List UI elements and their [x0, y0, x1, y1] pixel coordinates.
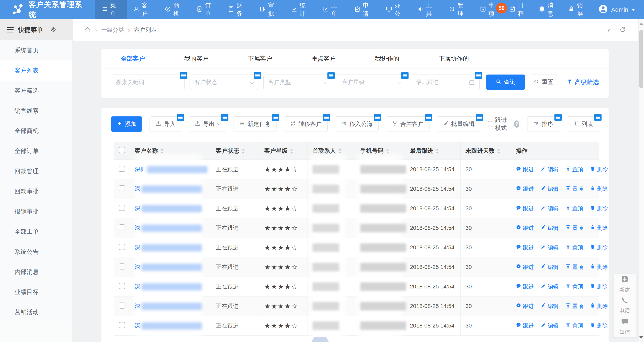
select-all-checkbox[interactable]: [119, 147, 125, 153]
sort-carets-icon[interactable]: [386, 149, 389, 153]
follow-action[interactable]: 跟进: [516, 283, 534, 290]
sidebar-item[interactable]: 系统公告: [0, 242, 72, 262]
follow-action[interactable]: 跟进: [516, 322, 534, 329]
sidebar-item[interactable]: 回款审批: [0, 181, 72, 201]
row-checkbox[interactable]: [119, 224, 125, 230]
customer-tab[interactable]: 我的客户: [184, 55, 208, 63]
list-view-button[interactable]: 列表: [567, 116, 599, 132]
column-header[interactable]: 客户状态: [211, 142, 260, 160]
nav-item-manage[interactable]: 管理: [443, 0, 474, 19]
column-header[interactable]: 操作: [511, 142, 599, 160]
row-checkbox[interactable]: [119, 205, 125, 211]
search-button[interactable]: 查询: [486, 75, 525, 90]
follow-action[interactable]: 跟进: [516, 224, 534, 232]
add-button[interactable]: 添加: [111, 116, 142, 132]
sort-carets-icon[interactable]: [290, 149, 293, 153]
home-icon[interactable]: [84, 26, 91, 34]
star-select[interactable]: 客户星级: [337, 75, 406, 90]
nav-item-opportunity[interactable]: 商机: [158, 0, 190, 19]
customer-name-link[interactable]: 深: [135, 186, 202, 192]
edit-action[interactable]: 编辑: [540, 263, 558, 271]
column-header[interactable]: 首联系人: [308, 142, 356, 160]
row-checkbox[interactable]: [119, 185, 125, 191]
quick-sms-button[interactable]: 短信: [614, 316, 636, 337]
customer-name-link[interactable]: 深: [135, 322, 202, 329]
sort-carets-icon[interactable]: [436, 149, 439, 153]
row-checkbox[interactable]: [119, 302, 125, 308]
pin-top-action[interactable]: 置顶: [565, 185, 583, 193]
customer-tab[interactable]: 下属协作的: [439, 55, 469, 63]
nav-item-order[interactable]: 订单: [190, 0, 222, 19]
delete-action[interactable]: 删除: [590, 185, 608, 193]
sort-carets-icon[interactable]: [497, 149, 500, 153]
customer-tab[interactable]: 全部客户: [121, 55, 145, 63]
follow-mode-checkbox[interactable]: [488, 121, 492, 127]
refresh-icon[interactable]: [619, 26, 626, 34]
delete-action[interactable]: 删除: [590, 302, 608, 310]
reset-button[interactable]: 重置: [530, 75, 557, 90]
customer-name-link[interactable]: 深: [135, 283, 202, 290]
customer-name-link[interactable]: 深: [135, 205, 202, 211]
follow-action[interactable]: 跟进: [516, 263, 534, 271]
transfer-customer-button[interactable]: 转移客户: [284, 116, 328, 132]
edit-action[interactable]: 编辑: [540, 322, 558, 329]
user-menu[interactable]: Admin: [592, 4, 644, 16]
pin-top-action[interactable]: 置顶: [565, 205, 583, 212]
nav-item-tasks[interactable]: 事项 50: [474, 2, 504, 18]
sidebar-item[interactable]: 销售线索: [0, 101, 72, 121]
nav-item-menu[interactable]: 菜单: [95, 0, 127, 19]
delete-action[interactable]: 删除: [590, 166, 608, 173]
field-config-badge-icon[interactable]: [272, 114, 279, 121]
delete-action[interactable]: 删除: [590, 322, 608, 329]
nav-item-workorder[interactable]: 工单: [316, 0, 348, 19]
nav-item-office[interactable]: 办公: [380, 0, 411, 19]
sort-carets-icon[interactable]: [242, 149, 245, 153]
advanced-filter-link[interactable]: 高级筛选: [567, 78, 599, 86]
nav-item-finance[interactable]: 财务: [222, 0, 253, 19]
move-to-public-sea-button[interactable]: 移入公海: [335, 116, 378, 132]
quick-phone-button[interactable]: 电话: [614, 295, 636, 316]
pin-top-action[interactable]: 置顶: [565, 224, 583, 232]
customer-name-link[interactable]: 深: [135, 225, 202, 231]
sidebar-item[interactable]: 营销活动: [0, 302, 72, 322]
field-config-badge-icon[interactable]: [323, 114, 330, 121]
pin-top-action[interactable]: 置顶: [565, 166, 583, 173]
field-config-badge-icon[interactable]: [554, 114, 562, 121]
scroll-indicator[interactable]: [312, 337, 329, 342]
field-config-badge-icon[interactable]: [221, 114, 228, 121]
customer-tab[interactable]: 重点客户: [312, 55, 336, 63]
row-checkbox[interactable]: [119, 166, 125, 172]
nav-item-schedule[interactable]: 日程: [504, 2, 533, 18]
help-question-icon[interactable]: ?: [514, 120, 519, 128]
customer-name-link[interactable]: 深: [135, 264, 202, 270]
pin-top-action[interactable]: 置顶: [565, 302, 583, 310]
sidebar-item[interactable]: 客户筛选: [0, 81, 72, 101]
follow-action[interactable]: 跟进: [516, 244, 534, 251]
follow-action[interactable]: 跟进: [516, 185, 534, 193]
column-header[interactable]: 客户名称: [130, 142, 211, 160]
nav-item-apply[interactable]: 申请: [348, 0, 380, 19]
follow-action[interactable]: 跟进: [516, 166, 534, 173]
sidebar-item[interactable]: 业绩目标: [0, 282, 72, 302]
nav-item-lockscreen[interactable]: 锁屏: [563, 2, 592, 18]
edit-action[interactable]: 编辑: [540, 283, 558, 290]
sidebar-item[interactable]: 内部消息: [0, 262, 72, 282]
keyword-input[interactable]: [111, 75, 184, 90]
pin-top-action[interactable]: 置顶: [565, 263, 583, 271]
row-checkbox[interactable]: [119, 322, 125, 328]
pin-top-action[interactable]: 置顶: [565, 283, 583, 290]
pin-top-action[interactable]: 置顶: [565, 322, 583, 329]
edit-action[interactable]: 编辑: [540, 302, 558, 310]
hamburger-icon[interactable]: [7, 27, 14, 33]
new-task-button[interactable]: 新建任务: [233, 116, 277, 132]
column-header[interactable]: 未跟进天数: [461, 142, 511, 160]
edit-action[interactable]: 编辑: [540, 244, 558, 251]
breadcrumb-level1[interactable]: 一级分类: [102, 26, 124, 34]
delete-action[interactable]: 删除: [590, 244, 608, 251]
sidebar-item[interactable]: 全部商机: [0, 121, 72, 141]
status-select[interactable]: 客户状态: [190, 75, 258, 90]
sort-carets-icon[interactable]: [160, 149, 164, 153]
field-config-badge-icon[interactable]: [425, 114, 432, 121]
type-select[interactable]: 客户类型: [264, 75, 332, 90]
nav-item-messages[interactable]: 消息: [533, 2, 563, 18]
